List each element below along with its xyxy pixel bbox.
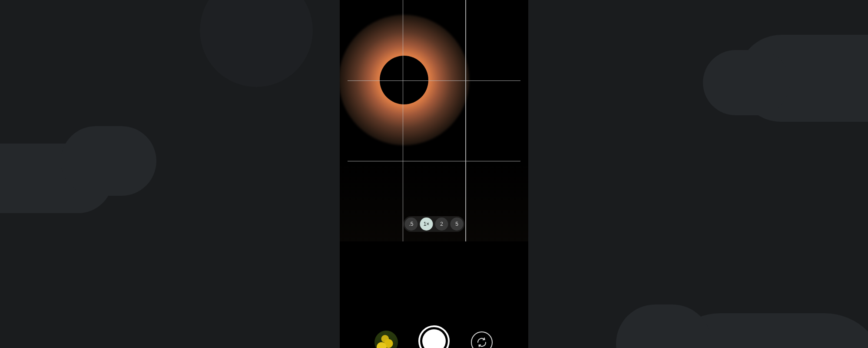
grid-line-vertical bbox=[465, 0, 466, 241]
grid-line-vertical bbox=[403, 0, 404, 241]
zoom-option-0.5x[interactable]: .5 bbox=[405, 218, 418, 231]
gallery-thumbnail-button[interactable] bbox=[374, 331, 398, 348]
bg-cloud bbox=[200, 0, 313, 87]
bg-cloud bbox=[703, 50, 790, 115]
camera-app-frame: .5 1× 2 5 bbox=[340, 0, 528, 348]
flip-camera-icon bbox=[477, 337, 487, 348]
switch-camera-button[interactable] bbox=[471, 331, 493, 348]
zoom-option-1x[interactable]: 1× bbox=[420, 218, 433, 231]
camera-viewfinder[interactable]: .5 1× 2 5 bbox=[340, 0, 528, 241]
grid-line-horizontal bbox=[348, 80, 520, 81]
zoom-option-2x[interactable]: 2 bbox=[435, 218, 448, 231]
zoom-option-5x[interactable]: 5 bbox=[451, 218, 464, 231]
camera-controls-bar bbox=[340, 241, 528, 348]
bg-cloud bbox=[616, 304, 712, 348]
shutter-button[interactable] bbox=[418, 325, 450, 348]
zoom-level-selector: .5 1× 2 5 bbox=[404, 216, 465, 232]
grid-line-horizontal bbox=[348, 161, 520, 162]
bg-cloud bbox=[61, 126, 156, 196]
